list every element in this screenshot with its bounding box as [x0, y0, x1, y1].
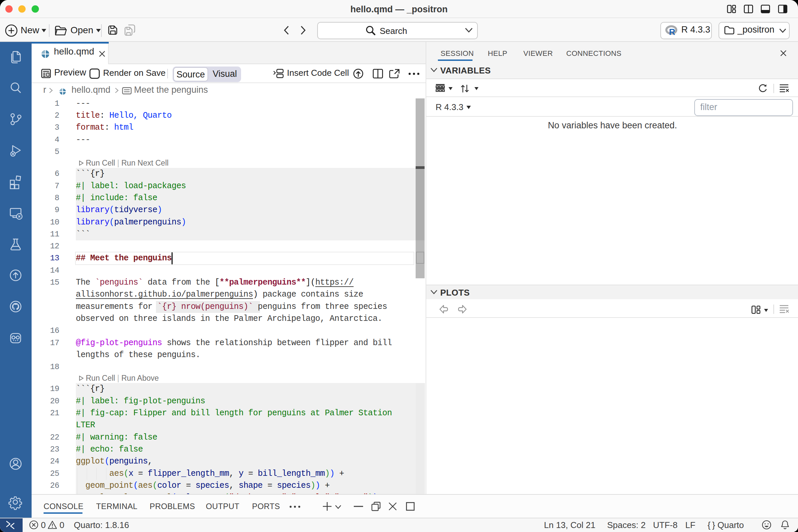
svg-text:R: R: [669, 27, 675, 37]
